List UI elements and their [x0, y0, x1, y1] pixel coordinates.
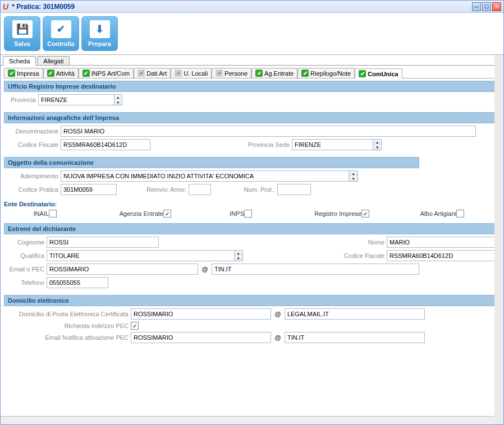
reinvio-anno-input[interactable] [189, 184, 211, 195]
pec-user-input[interactable] [131, 308, 271, 320]
up-arrow-icon[interactable]: ▲ [235, 251, 242, 256]
tab-attivita[interactable]: ✔Attività [43, 68, 79, 78]
prov-sede-label: Provincia Sede [239, 141, 290, 148]
ri-checkbox[interactable] [361, 210, 369, 218]
check-icon: ✔ [83, 70, 90, 77]
tab-persone[interactable]: ✔Persone [212, 68, 251, 78]
up-arrow-icon[interactable]: ▲ [349, 171, 358, 176]
salva-label: Salva [14, 40, 30, 47]
ente-header: Ente Destinatario: [4, 200, 500, 209]
window-title: * Pratica: 301M0059 [12, 3, 472, 11]
check-icon: ✔ [216, 70, 223, 77]
inner-tabs: ✔Impresa ✔Attività ✔INPS Art/Com ✔Dati A… [4, 68, 500, 78]
section-header-ufficio: Ufficio Registro Imprese destinatario [4, 81, 500, 92]
scroll-area: ✔Impresa ✔Attività ✔INPS Art/Com ✔Dati A… [1, 65, 503, 416]
section-header-anagrafica: Informazioni anagrafiche dell´Impresa [4, 112, 500, 123]
check-icon: ✔ [8, 70, 15, 77]
check-icon: ✔ [359, 70, 366, 77]
at-symbol: @ [200, 266, 209, 272]
qualifica-label: Qualifica [5, 252, 44, 259]
check-icon: ✔ [175, 70, 182, 77]
tab-comunica[interactable]: ✔ComUnica [355, 68, 402, 78]
cf-label: Codice Fiscale [5, 141, 58, 148]
controlla-button[interactable]: ✔ Controlla [43, 16, 79, 51]
tab-allegati[interactable]: Allegati [37, 56, 70, 66]
check-icon: ✔ [255, 70, 263, 77]
tab-u-locali[interactable]: ✔U. Locali [171, 68, 212, 78]
cf-input[interactable] [61, 139, 150, 150]
numprot-label: Num. Prot.: [230, 186, 275, 193]
inail-label: INAIL [26, 210, 49, 217]
tab-riepilogo[interactable]: ✔Riepilogo/Note [297, 68, 355, 78]
prepara-label: Prepara [88, 40, 111, 47]
inail-checkbox[interactable] [49, 210, 57, 218]
prov-sede-spin[interactable]: ▲▼ [292, 139, 382, 150]
maximize-button[interactable]: ☐ [482, 2, 491, 11]
denominazione-input[interactable] [61, 126, 476, 137]
cf-dich-label: Codice Fiscale [334, 252, 384, 259]
reinvio-label: Reinvio: Anno: [130, 186, 186, 193]
richiesta-checkbox[interactable] [131, 322, 139, 330]
nome-input[interactable] [387, 237, 499, 248]
check-icon: ✔ [47, 70, 54, 77]
tab-ag-entrate[interactable]: ✔Ag.Entrate [251, 68, 297, 78]
provincia-input[interactable] [39, 95, 114, 105]
minimize-button[interactable]: — [472, 2, 481, 11]
cognome-label: Cognome [5, 239, 44, 246]
tab-scheda[interactable]: Scheda [3, 56, 36, 66]
check-icon: ✔ [51, 20, 71, 38]
tab-dati-art[interactable]: ✔Dati Art [134, 68, 171, 78]
cognome-input[interactable] [47, 237, 159, 248]
adempimento-input[interactable] [61, 171, 349, 181]
email-user-input[interactable] [47, 264, 198, 275]
nome-label: Nome [356, 239, 384, 246]
richiesta-label: Richiesta indirizzo PEC [5, 322, 129, 329]
prov-sede-input[interactable] [292, 140, 373, 150]
section-header-dichiarante: Estremi del dichiarante [4, 223, 500, 234]
cf-dich-input[interactable] [387, 250, 499, 261]
notifica-label: Email Notifica attivazione PEC [5, 334, 129, 341]
prepara-button[interactable]: ⬇ Prepara [81, 16, 118, 51]
vertical-scrollbar[interactable] [494, 55, 503, 424]
albo-label: Albo Artigiani [411, 210, 456, 217]
albo-checkbox[interactable] [456, 210, 464, 218]
adempimento-label: Adempimento [5, 173, 58, 179]
outer-tabs: Scheda Allegati [1, 55, 503, 66]
down-arrow-icon[interactable]: ▼ [114, 100, 122, 105]
qualifica-input[interactable] [47, 251, 234, 261]
up-arrow-icon[interactable]: ▲ [114, 95, 122, 100]
adempimento-spin[interactable]: ▲▼ [61, 170, 358, 182]
check-icon: ✔ [301, 70, 309, 77]
download-icon: ⬇ [90, 20, 110, 38]
section-header-domicilio: Domicilio elettronico [4, 295, 500, 306]
controlla-label: Controlla [47, 40, 74, 47]
down-arrow-icon[interactable]: ▼ [373, 145, 381, 150]
section-header-oggetto: Oggetto della comunicazione [4, 157, 419, 168]
app-window: U * Pratica: 301M0059 — ☐ ✕ 💾 Salva ✔ Co… [0, 0, 504, 425]
provincia-label: Provincia [5, 96, 36, 103]
tab-impresa[interactable]: ✔Impresa [4, 68, 43, 78]
qualifica-spin[interactable]: ▲▼ [47, 250, 243, 261]
codprat-label: Codice Pratica [5, 186, 58, 193]
tel-label: Telefono [5, 279, 44, 286]
at-symbol: @ [273, 311, 282, 317]
ae-checkbox[interactable] [163, 210, 171, 218]
tab-inps[interactable]: ✔INPS Art/Com [79, 68, 134, 78]
codprat-input[interactable] [61, 184, 117, 195]
numprot-input[interactable] [277, 184, 311, 195]
pec-domain-input[interactable] [285, 308, 425, 320]
ri-label: Registro Imprese [305, 210, 361, 217]
up-arrow-icon[interactable]: ▲ [373, 140, 381, 145]
provincia-spin[interactable]: ▲▼ [38, 94, 122, 105]
denominazione-label: Denominazione [5, 128, 58, 135]
tel-input[interactable] [47, 277, 108, 288]
horizontal-scrollbar[interactable] [1, 416, 503, 424]
salva-button[interactable]: 💾 Salva [4, 16, 40, 51]
notifica-user-input[interactable] [131, 332, 271, 343]
close-button[interactable]: ✕ [492, 2, 501, 11]
down-arrow-icon[interactable]: ▼ [349, 176, 358, 181]
email-domain-input[interactable] [212, 264, 419, 275]
notifica-domain-input[interactable] [285, 332, 425, 343]
down-arrow-icon[interactable]: ▼ [235, 256, 242, 261]
inps-checkbox[interactable] [244, 210, 252, 218]
